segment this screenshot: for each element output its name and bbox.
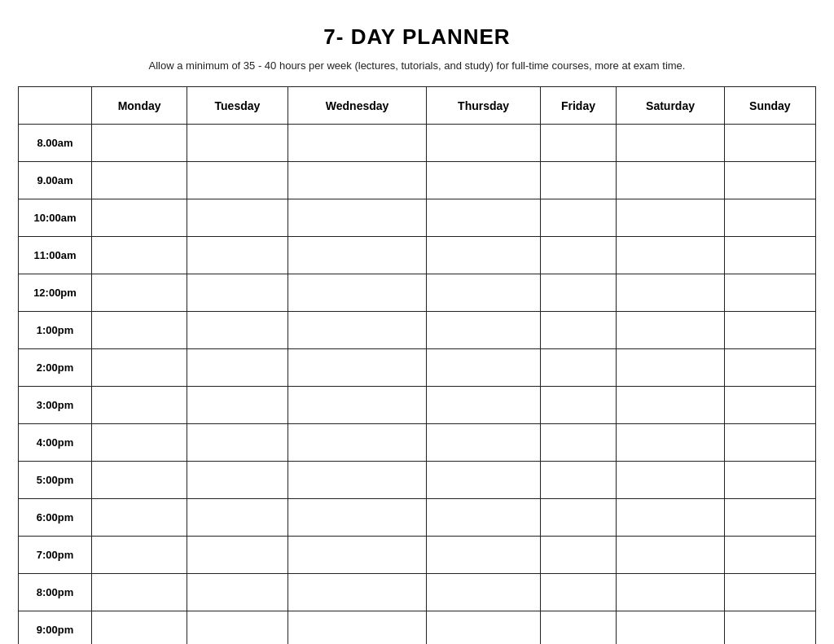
day-cell[interactable] — [540, 611, 617, 645]
day-cell[interactable] — [724, 387, 815, 424]
day-cell[interactable] — [617, 125, 725, 162]
table-row: 3:00pm — [19, 387, 816, 424]
day-cell[interactable] — [617, 387, 725, 424]
day-cell[interactable] — [540, 312, 617, 349]
day-cell[interactable] — [187, 162, 288, 199]
day-cell[interactable] — [540, 424, 617, 462]
day-cell[interactable] — [288, 574, 427, 611]
day-cell[interactable] — [617, 349, 725, 387]
day-cell[interactable] — [724, 312, 815, 349]
day-cell[interactable] — [187, 611, 288, 645]
day-cell[interactable] — [427, 462, 540, 499]
day-cell[interactable] — [427, 574, 540, 611]
day-cell[interactable] — [540, 462, 617, 499]
day-cell[interactable] — [92, 462, 187, 499]
day-cell[interactable] — [187, 387, 288, 424]
day-cell[interactable] — [617, 274, 725, 312]
day-cell[interactable] — [617, 574, 725, 611]
day-cell[interactable] — [427, 424, 540, 462]
day-cell[interactable] — [187, 237, 288, 274]
day-cell[interactable] — [724, 499, 815, 537]
day-cell[interactable] — [288, 424, 427, 462]
day-cell[interactable] — [724, 199, 815, 237]
day-cell[interactable] — [187, 499, 288, 537]
day-cell[interactable] — [617, 537, 725, 574]
day-cell[interactable] — [540, 237, 617, 274]
day-cell[interactable] — [427, 499, 540, 537]
day-cell[interactable] — [288, 125, 427, 162]
day-cell[interactable] — [92, 349, 187, 387]
day-cell[interactable] — [617, 462, 725, 499]
day-cell[interactable] — [724, 574, 815, 611]
day-cell[interactable] — [540, 125, 617, 162]
day-cell[interactable] — [724, 537, 815, 574]
day-cell[interactable] — [187, 537, 288, 574]
day-cell[interactable] — [288, 199, 427, 237]
day-cell[interactable] — [288, 349, 427, 387]
day-cell[interactable] — [92, 274, 187, 312]
day-cell[interactable] — [427, 125, 540, 162]
day-cell[interactable] — [724, 349, 815, 387]
day-cell[interactable] — [288, 499, 427, 537]
day-cell[interactable] — [617, 499, 725, 537]
day-cell[interactable] — [724, 424, 815, 462]
day-cell[interactable] — [540, 162, 617, 199]
day-cell[interactable] — [288, 237, 427, 274]
day-cell[interactable] — [187, 199, 288, 237]
day-cell[interactable] — [288, 537, 427, 574]
day-cell[interactable] — [92, 537, 187, 574]
day-cell[interactable] — [288, 387, 427, 424]
day-cell[interactable] — [540, 537, 617, 574]
day-cell[interactable] — [187, 349, 288, 387]
day-cell[interactable] — [427, 611, 540, 645]
day-cell[interactable] — [92, 574, 187, 611]
day-cell[interactable] — [617, 237, 725, 274]
day-cell[interactable] — [427, 199, 540, 237]
day-cell[interactable] — [92, 237, 187, 274]
day-cell[interactable] — [540, 574, 617, 611]
day-cell[interactable] — [427, 387, 540, 424]
day-cell[interactable] — [288, 611, 427, 645]
day-cell[interactable] — [724, 162, 815, 199]
day-cell[interactable] — [540, 349, 617, 387]
day-cell[interactable] — [540, 387, 617, 424]
day-cell[interactable] — [187, 312, 288, 349]
day-cell[interactable] — [92, 125, 187, 162]
day-cell[interactable] — [540, 274, 617, 312]
day-cell[interactable] — [92, 499, 187, 537]
table-row: 8.00am — [19, 125, 816, 162]
day-cell[interactable] — [724, 237, 815, 274]
day-cell[interactable] — [617, 199, 725, 237]
day-cell[interactable] — [187, 462, 288, 499]
day-cell[interactable] — [92, 387, 187, 424]
day-cell[interactable] — [427, 349, 540, 387]
day-cell[interactable] — [724, 462, 815, 499]
day-cell[interactable] — [617, 162, 725, 199]
day-cell[interactable] — [724, 125, 815, 162]
day-cell[interactable] — [92, 312, 187, 349]
day-cell[interactable] — [187, 274, 288, 312]
day-cell[interactable] — [288, 162, 427, 199]
day-cell[interactable] — [288, 312, 427, 349]
day-cell[interactable] — [92, 162, 187, 199]
day-cell[interactable] — [187, 424, 288, 462]
day-cell[interactable] — [724, 611, 815, 645]
day-cell[interactable] — [427, 312, 540, 349]
day-cell[interactable] — [540, 199, 617, 237]
day-cell[interactable] — [427, 537, 540, 574]
day-cell[interactable] — [427, 274, 540, 312]
day-cell[interactable] — [617, 424, 725, 462]
day-cell[interactable] — [187, 125, 288, 162]
day-cell[interactable] — [724, 274, 815, 312]
day-cell[interactable] — [92, 199, 187, 237]
day-cell[interactable] — [617, 611, 725, 645]
day-cell[interactable] — [617, 312, 725, 349]
day-cell[interactable] — [288, 462, 427, 499]
day-cell[interactable] — [427, 162, 540, 199]
day-cell[interactable] — [288, 274, 427, 312]
day-cell[interactable] — [187, 574, 288, 611]
day-cell[interactable] — [427, 237, 540, 274]
day-cell[interactable] — [92, 611, 187, 645]
day-cell[interactable] — [540, 499, 617, 537]
day-cell[interactable] — [92, 424, 187, 462]
